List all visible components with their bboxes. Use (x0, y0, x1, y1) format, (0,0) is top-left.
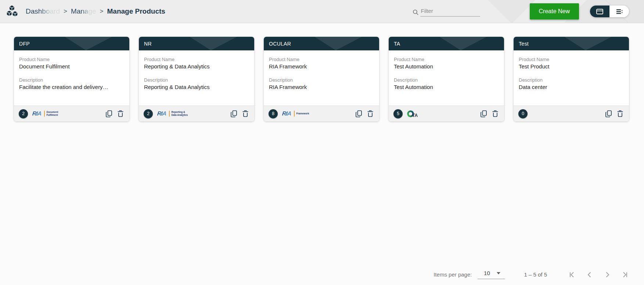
logo-caption: Document Fulfilment (47, 111, 58, 117)
ria-logo-text: RIA (32, 110, 42, 117)
card-header-chevron-decor (190, 37, 237, 50)
description-value: RIA Framework (269, 84, 374, 90)
count-badge: 0 (518, 109, 528, 118)
count-badge: 5 (393, 109, 403, 118)
first-page-icon (568, 271, 576, 278)
card-view-toggle[interactable] (590, 6, 609, 17)
product-card-nr: NR Product Name Reporting & Data Analyti… (139, 37, 254, 121)
view-toggle-group (590, 6, 629, 17)
product-name-value: Test Product (519, 63, 624, 70)
product-name-value: Test Automation (394, 63, 499, 70)
last-page-button[interactable] (620, 270, 629, 279)
card-footer: 5 TA (389, 106, 504, 121)
cubes-logo-icon (5, 4, 21, 19)
copy-icon (105, 110, 112, 117)
delete-button[interactable] (366, 109, 374, 118)
product-card-ta: TA Product Name Test Automation Descript… (389, 37, 504, 121)
card-header: TA (389, 37, 504, 50)
description-label: Description (19, 77, 124, 83)
breadcrumb: Dashboard > Manage > Manage Products (26, 7, 165, 15)
card-header: NR (139, 37, 254, 50)
card-header: DFP (14, 37, 129, 50)
filter-input[interactable] (420, 6, 480, 17)
copy-button[interactable] (230, 109, 238, 118)
ria-brand-logo: RIA Reporting & Data Analytics (157, 110, 188, 117)
logo-caption: Reporting & Data Analytics (172, 111, 188, 117)
breadcrumb-item-manage[interactable]: Manage (71, 7, 96, 15)
trash-icon (617, 110, 623, 117)
delete-button[interactable] (116, 109, 125, 118)
card-header: Test (514, 37, 629, 50)
copy-icon (230, 110, 237, 117)
copy-button[interactable] (355, 109, 363, 118)
product-name-label: Product Name (269, 57, 374, 62)
ria-brand-logo: RIA Framework (282, 110, 309, 117)
card-footer: 0 (514, 106, 629, 121)
ria-logo-text: RIA (157, 110, 166, 117)
delete-button[interactable] (241, 109, 249, 118)
card-title: NR (144, 41, 152, 47)
list-view-icon (616, 9, 623, 14)
description-label: Description (394, 77, 499, 83)
card-body: Product Name RIA Framework Description R… (264, 50, 379, 106)
product-name-value: Reporting & Data Analytics (144, 63, 249, 70)
delete-button[interactable] (616, 109, 624, 118)
product-card-test: Test Product Name Test Product Descripti… (514, 37, 629, 121)
card-header: OCULAR (264, 37, 379, 50)
breadcrumb-item-manage-products: Manage Products (107, 7, 165, 15)
trash-icon (242, 110, 249, 117)
product-name-value: Document Fulfilment (19, 63, 124, 70)
product-card-dfp: DFP Product Name Document Fulfilment Des… (14, 37, 129, 121)
description-label: Description (144, 77, 249, 83)
card-header-chevron-decor (564, 37, 612, 50)
description-value: Test Automation (394, 84, 499, 90)
copy-icon (480, 110, 487, 117)
create-new-button[interactable]: Create New (530, 3, 579, 19)
filter-field (413, 6, 480, 17)
copy-button[interactable] (604, 109, 613, 118)
breadcrumb-separator: > (64, 8, 67, 15)
breadcrumb-item-dashboard[interactable]: Dashboard (26, 7, 60, 15)
product-name-label: Product Name (144, 57, 249, 62)
product-name-label: Product Name (394, 57, 499, 62)
card-title: Test (519, 41, 529, 47)
breadcrumb-separator: > (100, 8, 104, 15)
card-title: OCULAR (269, 41, 291, 47)
paginator: Items per page: 10 1 – 5 of 5 (433, 270, 629, 279)
items-per-page-value: 10 (484, 270, 490, 276)
logo-separator (294, 111, 295, 117)
logo-separator (44, 111, 45, 117)
card-header-chevron-decor (314, 37, 362, 50)
trash-icon (492, 110, 499, 117)
next-page-button[interactable] (603, 270, 612, 279)
description-value: Data center (519, 84, 624, 90)
pager-nav (568, 270, 629, 279)
copy-button[interactable] (105, 109, 113, 118)
ta-swirl-icon (407, 110, 414, 117)
list-view-toggle[interactable] (609, 6, 629, 17)
items-per-page-label: Items per page: (433, 271, 472, 278)
description-label: Description (269, 77, 374, 83)
logo-caption: Framework (296, 112, 309, 115)
ria-logo-text: RIA (282, 110, 291, 117)
card-header-chevron-decor (65, 37, 112, 50)
ria-brand-logo: RIA Document Fulfilment (32, 110, 58, 117)
search-icon (413, 9, 419, 15)
chevron-right-icon (604, 271, 611, 278)
count-badge: 2 (144, 109, 153, 118)
prev-page-button[interactable] (585, 270, 594, 279)
count-badge: 8 (269, 109, 278, 118)
card-title: DFP (19, 41, 30, 47)
items-per-page-select[interactable]: 10 (478, 270, 505, 279)
first-page-button[interactable] (568, 270, 576, 279)
trash-icon (367, 110, 374, 117)
logo-separator (169, 111, 170, 117)
card-footer: 8 RIA Framework (264, 106, 379, 121)
chevron-left-icon (586, 271, 593, 278)
copy-icon (605, 110, 612, 117)
card-body: Product Name Document Fulfilment Descrip… (14, 50, 129, 106)
copy-button[interactable] (479, 109, 488, 118)
card-footer: 2 RIA Reporting & Data Analytics (139, 106, 254, 121)
card-title: TA (394, 41, 400, 47)
delete-button[interactable] (491, 109, 499, 118)
